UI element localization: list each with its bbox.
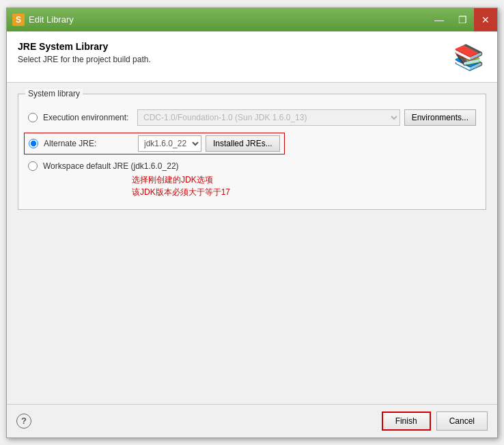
header-title: JRE System Library bbox=[18, 41, 151, 52]
exec-env-radio[interactable] bbox=[28, 113, 38, 122]
alt-jre-row: Alternate JRE: jdk1.6.0_22 Installed JRE… bbox=[28, 133, 476, 154]
close-button[interactable]: ✕ bbox=[474, 8, 497, 31]
alt-jre-label: Alternate JRE: bbox=[44, 139, 132, 148]
edit-library-window: S Edit Library — ❐ ✕ JRE System Library … bbox=[6, 8, 498, 438]
cancel-button[interactable]: Cancel bbox=[436, 412, 488, 431]
exec-env-row: Execution environment: CDC-1.0/Foundatio… bbox=[28, 109, 476, 126]
alt-jre-highlight: Alternate JRE: jdk1.6.0_22 Installed JRE… bbox=[24, 133, 285, 154]
exec-env-label: Execution environment: bbox=[43, 113, 132, 122]
alt-jre-select[interactable]: jdk1.6.0_22 bbox=[138, 135, 201, 152]
help-button[interactable]: ? bbox=[16, 414, 31, 429]
system-library-group: System library Execution environment: CD… bbox=[18, 94, 486, 210]
finish-button[interactable]: Finish bbox=[382, 412, 431, 431]
content-area: JRE System Library Select JRE for the pr… bbox=[7, 31, 497, 404]
title-bar-controls: — ❐ ✕ bbox=[428, 8, 497, 31]
app-icon: S bbox=[12, 14, 25, 26]
footer: ? Finish Cancel bbox=[7, 404, 497, 437]
header-subtitle: Select JRE for the project build path. bbox=[18, 55, 151, 64]
installed-jres-button[interactable]: Installed JREs... bbox=[206, 135, 280, 152]
window-title: Edit Library bbox=[29, 14, 74, 25]
ws-default-radio[interactable] bbox=[28, 161, 38, 171]
annotation-line1: 选择刚创建的JDK选项 bbox=[132, 174, 476, 186]
annotation-line2: 该JDK版本必须大于等于17 bbox=[132, 186, 476, 198]
alt-jre-radio[interactable] bbox=[29, 139, 38, 148]
exec-env-select[interactable]: CDC-1.0/Foundation-1.0 (Sun JDK 1.6.0_13… bbox=[137, 109, 400, 126]
ws-default-row: Workspace default JRE (jdk1.6.0_22) bbox=[28, 161, 476, 171]
ws-default-label: Workspace default JRE (jdk1.6.0_22) bbox=[43, 161, 179, 171]
header-icon: 📚 bbox=[451, 41, 486, 74]
title-bar: S Edit Library — ❐ ✕ bbox=[7, 8, 497, 31]
maximize-button[interactable]: ❐ bbox=[451, 8, 474, 31]
environments-button[interactable]: Environments... bbox=[404, 109, 476, 126]
annotation: 选择刚创建的JDK选项 该JDK版本必须大于等于17 bbox=[132, 174, 476, 198]
minimize-button[interactable]: — bbox=[428, 8, 451, 31]
header-section: JRE System Library Select JRE for the pr… bbox=[7, 31, 497, 83]
main-section: System library Execution environment: CD… bbox=[7, 83, 497, 404]
group-label: System library bbox=[25, 89, 83, 98]
